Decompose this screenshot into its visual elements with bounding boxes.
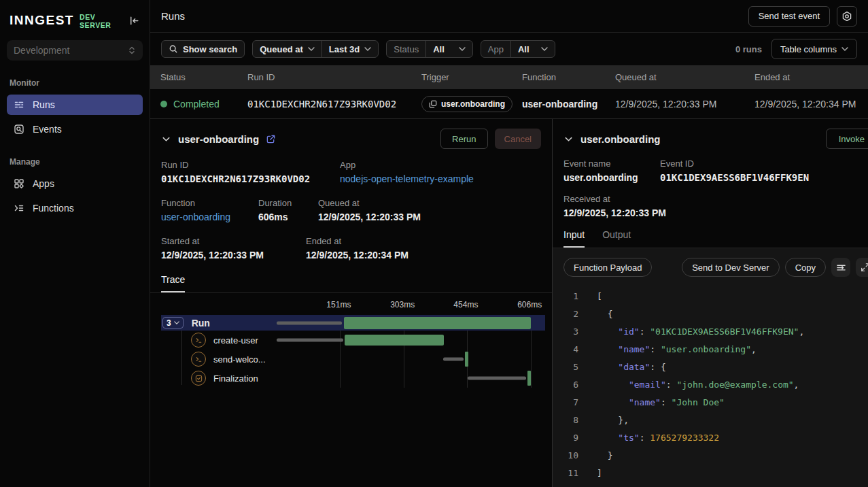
run-children-count-badge[interactable]: 3 (162, 317, 184, 329)
tab-input[interactable]: Input (563, 229, 585, 248)
collapse-sidebar-icon[interactable] (128, 15, 140, 27)
function-link[interactable]: user-onboarding (161, 212, 258, 222)
trace-duration-bar (527, 371, 531, 386)
app-link[interactable]: nodejs-open-telemetry-example (340, 173, 474, 184)
code-line: 2 { (563, 305, 868, 323)
sidebar-item-functions[interactable]: Functions (7, 198, 143, 218)
trace-row-step[interactable]: Finalization (161, 369, 545, 388)
trigger-event-pill[interactable]: user.onboarding (421, 96, 513, 112)
function-payload-badge[interactable]: Function Payload (563, 258, 652, 277)
trace-duration-bar (465, 352, 468, 367)
axis-tick-label: 454ms (453, 300, 478, 309)
code-token: : (640, 323, 650, 341)
runs-icon (14, 99, 24, 110)
code-token: "01KC1DEX9AESS6BF1V46FFK9EN" (650, 323, 799, 341)
send-test-event-button[interactable]: Send test event (748, 6, 830, 27)
chevron-down-icon (541, 47, 548, 51)
app-filter-dropdown[interactable]: All (510, 41, 555, 57)
tab-output[interactable]: Output (602, 229, 631, 248)
filter-bar: Show search Queued at Last 3d Status All… (150, 33, 868, 65)
line-number: 6 (563, 376, 578, 394)
trace-step-label: create-user (213, 335, 258, 346)
trace-step-label: Finalization (213, 373, 258, 384)
trace-axis: 151ms303ms454ms606ms (161, 300, 545, 314)
code-token: , (799, 323, 804, 341)
time-range-dropdown[interactable]: Last 3d (322, 41, 379, 57)
app-filter-group: App All (481, 40, 555, 58)
trace-step-label: send-welco... (213, 354, 266, 365)
sidebar-section-label: Manage (10, 157, 140, 167)
code-token (597, 394, 629, 412)
sidebar-item-apps[interactable]: Apps (7, 173, 143, 194)
axis-tick-label: 303ms (390, 300, 415, 309)
code-token: "data" (618, 358, 650, 376)
code-token (597, 323, 618, 341)
settings-button[interactable] (837, 6, 857, 27)
wrap-lines-button[interactable] (831, 258, 850, 277)
duration-field: Duration 606ms (258, 198, 318, 222)
sidebar-item-label: Events (33, 124, 62, 135)
payload-code[interactable]: 1[2 {3 "id": "01KC1DEX9AESS6BF1V46FFK9EN… (563, 288, 868, 482)
started-at-field: Started at 12/9/2025, 12:20:33 PM (161, 236, 306, 261)
cancel-button[interactable]: Cancel (495, 129, 541, 149)
line-number: 5 (563, 358, 578, 376)
trace-row-step[interactable]: send-welco... (161, 350, 545, 369)
received-at-field: Received at 12/9/2025, 12:20:33 PM (563, 194, 666, 218)
sidebar-section-label: Monitor (10, 78, 140, 88)
invoke-button[interactable]: Invoke (826, 129, 868, 149)
updown-chevrons-icon (128, 46, 136, 55)
environment-select[interactable]: Development (7, 40, 143, 61)
show-search-button[interactable]: Show search (161, 40, 245, 58)
step-run-icon (191, 333, 206, 348)
line-number: 2 (563, 305, 578, 323)
code-line: 3 "id": "01KC1DEX9AESS6BF1V46FFK9EN", (563, 323, 868, 341)
code-token: : (640, 429, 650, 447)
line-number: 3 (563, 323, 578, 341)
send-to-dev-server-button[interactable]: Send to Dev Server (682, 258, 779, 277)
code-token: { (597, 305, 612, 323)
time-field-dropdown[interactable]: Queued at (253, 41, 322, 57)
collapse-run-details-icon[interactable] (161, 134, 171, 144)
trace-steps: create-usersend-welco...Finalization (161, 331, 545, 388)
expand-payload-button[interactable] (856, 258, 868, 277)
chevron-down-icon (364, 47, 371, 51)
trace-row-step[interactable]: create-user (161, 331, 545, 350)
copy-button[interactable]: Copy (785, 258, 826, 277)
sidebar-item-label: Functions (33, 203, 74, 214)
code-token: "John Doe" (672, 394, 725, 412)
external-link-icon[interactable] (266, 134, 276, 144)
app-field: App nodejs-open-telemetry-example (340, 160, 474, 184)
rerun-button[interactable]: Rerun (440, 129, 487, 149)
column-header-ended-at: Ended at (754, 72, 868, 82)
trace-waiting-bar (277, 321, 342, 324)
code-token (597, 341, 618, 358)
sidebar-item-events[interactable]: Events (7, 119, 143, 139)
trace-waiting-bar (468, 377, 526, 380)
logo-row: INNGEST DEV SERVER (10, 12, 140, 29)
trace-run-label: Run (192, 318, 210, 329)
payload-toolbar: Function Payload Send to Dev Server Copy (563, 258, 868, 277)
code-token: "user.onboarding" (661, 341, 751, 358)
status-filter-dropdown[interactable]: All (426, 41, 472, 57)
line-number: 1 (563, 288, 578, 305)
code-line: 10 } (563, 447, 868, 465)
line-number: 11 (563, 465, 578, 482)
sidebar-item-runs[interactable]: Runs (7, 95, 143, 115)
collapse-event-details-icon[interactable] (563, 134, 574, 144)
inngest-logo: INNGEST (10, 13, 74, 28)
line-number: 9 (563, 429, 578, 447)
line-number: 8 (563, 412, 578, 429)
io-tabbar: Input Output (553, 229, 868, 248)
table-row[interactable]: Completed 01KC1DEXCHR2N617Z93RK0VD02 use… (150, 89, 868, 118)
table-columns-button[interactable]: Table columns (771, 39, 857, 59)
trace-tabbar: Trace (150, 274, 552, 293)
trace-timeline: 151ms303ms454ms606ms 3Runcreate-usersend… (161, 300, 545, 388)
sidebar: INNGEST DEV SERVER Development MonitorRu… (0, 0, 150, 487)
column-header-trigger: Trigger (421, 72, 522, 82)
runs-table-header: StatusRun IDTriggerFunctionQueued atEnde… (150, 65, 868, 89)
tab-trace[interactable]: Trace (161, 274, 185, 292)
trace-waiting-bar (277, 339, 343, 342)
run-details-title: user-onboarding (178, 133, 259, 145)
code-token: "id" (618, 323, 639, 341)
trace-row-run[interactable]: 3Run (161, 315, 545, 331)
